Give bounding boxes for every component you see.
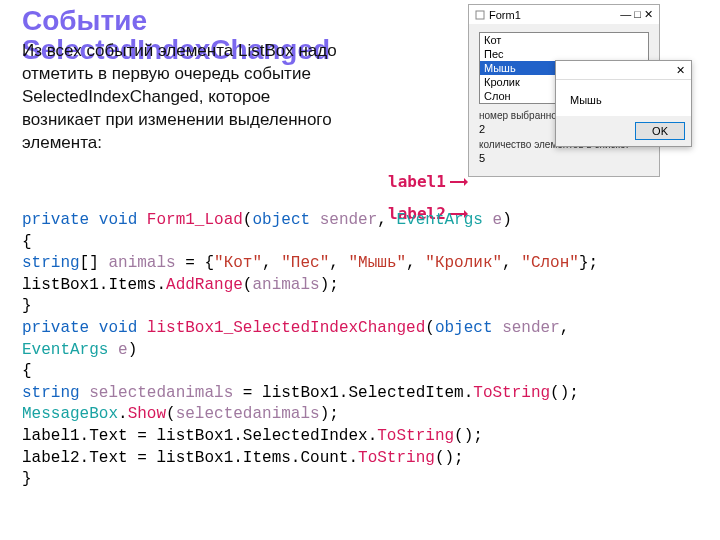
- svg-marker-2: [464, 178, 468, 186]
- messagebox-text: Мышь: [556, 80, 691, 116]
- svg-rect-0: [476, 11, 484, 19]
- arrow-label1-text: label1: [388, 172, 446, 191]
- form-titlebar: Form1 — □ ✕: [469, 5, 659, 24]
- close-icon[interactable]: ✕: [673, 63, 687, 77]
- form-title-text: Form1: [489, 9, 521, 21]
- label-count-value: 5: [479, 152, 649, 172]
- title-line1: Событие: [22, 6, 330, 35]
- intro-text: Из всех событий элемента ListBox надо от…: [22, 40, 352, 155]
- window-controls: — □ ✕: [620, 8, 653, 21]
- arrow-label1: label1: [388, 172, 468, 191]
- list-item[interactable]: Пес: [480, 47, 648, 61]
- messagebox-titlebar: ✕: [556, 61, 691, 80]
- list-item[interactable]: Кот: [480, 33, 648, 47]
- messagebox: ✕ Мышь OK: [555, 60, 692, 147]
- arrow-icon: [450, 176, 468, 188]
- ok-button[interactable]: OK: [635, 122, 685, 140]
- form-icon: Form1: [475, 9, 521, 21]
- code-block: private void Form1_Load(object sender, E…: [22, 210, 598, 491]
